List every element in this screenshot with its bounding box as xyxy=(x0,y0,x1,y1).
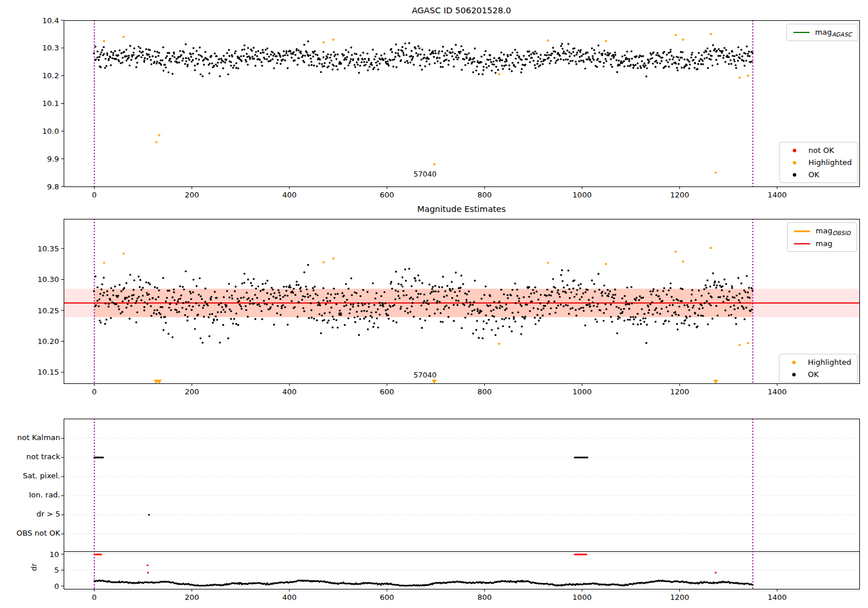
x-tick-label: 1000 xyxy=(572,387,591,396)
dr-outlier-red-point xyxy=(715,572,716,573)
legend-entry-not-ok: not OK xyxy=(786,145,852,155)
x-tick-label: 0 xyxy=(92,593,97,602)
x-tick-label: 1000 xyxy=(572,191,591,199)
x-tick-label: 200 xyxy=(185,191,199,199)
legend-entry-mag-obsid: magOBSID xyxy=(793,226,851,236)
legend-dot-marker xyxy=(786,161,803,164)
x-tick-label: 1200 xyxy=(670,191,689,199)
legend-label: OK xyxy=(808,369,819,379)
x-tick-label: 200 xyxy=(185,593,199,602)
dr-gt-5-flag-point xyxy=(148,514,150,515)
legend-line-marker xyxy=(793,32,810,33)
y-tick-label: 10.35 xyxy=(38,244,59,253)
legend-dot-marker xyxy=(786,149,803,152)
dr-tick-label: 5 xyxy=(54,566,59,574)
dr-tick-label: 10 xyxy=(49,550,59,559)
dr-outlier-red-point xyxy=(146,565,148,566)
dr-axis-label: dr xyxy=(30,563,38,572)
legend-label: Highlighted xyxy=(808,357,851,367)
y-tick-label: 9.9 xyxy=(47,155,59,163)
legend-label: not OK xyxy=(808,145,834,155)
y-tick-label: 10.1 xyxy=(42,99,59,108)
legend-label: Highlighted xyxy=(808,158,852,167)
legend-entry-mag-agasc: magAGASC xyxy=(793,27,852,38)
y-tick-label: 9.8 xyxy=(47,182,59,191)
legend-line-marker xyxy=(793,243,811,244)
x-tick-label: 1400 xyxy=(768,387,787,396)
not-track-flag-markers xyxy=(94,457,589,459)
top-ok-points xyxy=(93,41,754,78)
x-tick-label: 1000 xyxy=(572,593,591,602)
dr-outlier-red-point xyxy=(147,572,149,573)
flag-label-dr-gt-5: dr > 5 xyxy=(36,510,60,518)
x-tick-label: 800 xyxy=(477,593,492,602)
legend-dot-marker xyxy=(785,361,803,364)
dr-trace-points xyxy=(94,580,754,587)
x-tick-label: 1400 xyxy=(768,191,787,199)
flag-label-sat-pixel: Sat. pixel. xyxy=(23,471,60,480)
legend-entry-ok: OK xyxy=(786,170,852,180)
x-tick-label: 600 xyxy=(380,387,394,396)
obsid-annotation-top: 57040 xyxy=(414,169,437,178)
x-tick-label: 600 xyxy=(380,191,394,199)
legend-label: magOBSID xyxy=(816,226,851,236)
legend-dot-marker xyxy=(786,173,803,177)
plots-svg: 9.89.910.010.110.210.310.402004006008001… xyxy=(0,0,868,608)
legend-dot-marker xyxy=(785,373,803,376)
legend-entry-highlighted: Highlighted xyxy=(786,158,852,167)
legend-mag-agasc: magAGASC xyxy=(786,24,858,41)
x-tick-label: 0 xyxy=(92,387,97,396)
legend-point-types-top: not OK Highlighted OK xyxy=(779,142,858,183)
y-tick-label: 10.0 xyxy=(42,127,59,135)
flag-label-not-track: not track xyxy=(26,452,60,461)
legend-entry-ok: OK xyxy=(785,369,851,379)
obsid-annotation-middle: 57040 xyxy=(414,371,437,379)
legend-mag-lines: magOBSID mag xyxy=(787,222,857,252)
figure-canvas: 9.89.910.010.110.210.310.402004006008001… xyxy=(0,0,868,608)
x-tick-label: 800 xyxy=(477,387,492,396)
y-tick-label: 10.25 xyxy=(38,306,59,315)
legend-entry-highlighted: Highlighted xyxy=(785,357,851,367)
x-tick-label: 1200 xyxy=(670,387,689,396)
x-tick-label: 800 xyxy=(477,191,492,199)
legend-label: mag xyxy=(816,239,833,248)
x-tick-label: 400 xyxy=(282,191,297,199)
y-tick-label: 10.2 xyxy=(42,71,59,80)
y-tick-label: 10.30 xyxy=(38,275,59,284)
x-tick-label: 1400 xyxy=(768,593,787,602)
top-plot-title: AGASC ID 506201528.0 xyxy=(64,6,859,15)
x-tick-label: 0 xyxy=(92,191,97,199)
flag-label-ion-rad: Ion. rad. xyxy=(29,490,60,499)
y-tick-label: 10.20 xyxy=(38,337,59,346)
legend-entry-mag: mag xyxy=(793,239,851,248)
x-tick-label: 200 xyxy=(185,387,199,396)
x-tick-label: 400 xyxy=(282,593,297,602)
y-tick-label: 10.15 xyxy=(38,368,59,376)
legend-point-types-middle: Highlighted OK xyxy=(779,354,858,383)
flag-label-not-kalman: not Kalman xyxy=(17,433,60,442)
y-tick-label: 10.4 xyxy=(42,16,59,25)
legend-line-marker xyxy=(793,230,811,232)
flag-label-obs-not-ok: OBS not OK xyxy=(17,529,61,537)
x-tick-label: 400 xyxy=(282,387,297,396)
x-tick-label: 1200 xyxy=(670,593,689,602)
dr-tick-label: 0 xyxy=(54,582,59,591)
y-tick-label: 10.3 xyxy=(42,43,59,52)
legend-label: magAGASC xyxy=(815,27,852,38)
x-tick-label: 600 xyxy=(380,593,394,602)
legend-label: OK xyxy=(808,170,819,180)
middle-plot-title: Magnitude Estimates xyxy=(64,204,859,214)
